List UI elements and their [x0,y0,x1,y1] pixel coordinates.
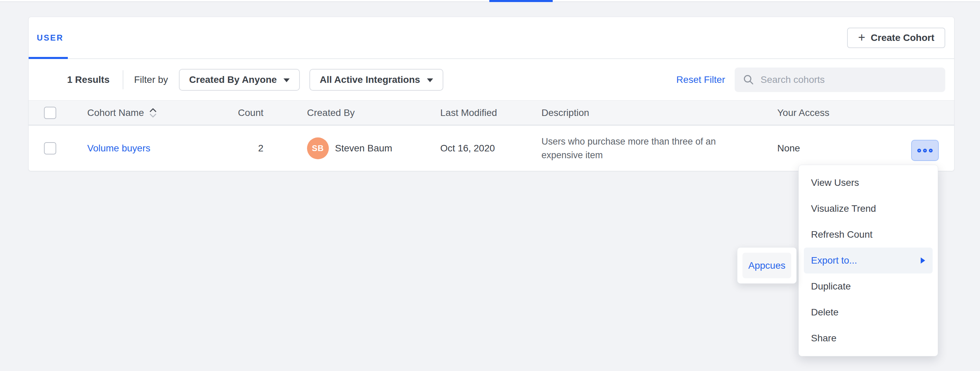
kebab-horizontal-icon [917,149,921,153]
kebab-horizontal-icon [929,149,932,153]
column-header-your-access[interactable]: Your Access [777,107,829,118]
menu-item-visualize-trend[interactable]: Visualize Trend [799,196,938,221]
export-submenu: Appcues [737,247,797,284]
select-all-checkbox[interactable] [44,107,56,119]
created-by-dropdown[interactable]: Created By Anyone [179,69,300,91]
table-row: Volume buyers 2 SB Steven Baum Oct 16, 2… [29,126,954,171]
avatar: SB [307,137,329,159]
submenu-item-appcues[interactable]: Appcues [743,253,791,278]
column-header-last-modified[interactable]: Last Modified [440,107,497,118]
column-header-created-by[interactable]: Created By [307,107,355,118]
integrations-dropdown-value: All Active Integrations [320,74,420,85]
cohort-name-link[interactable]: Volume buyers [87,143,150,153]
chevron-down-icon [427,78,433,82]
kebab-horizontal-icon [923,149,927,153]
menu-item-export-to[interactable]: Export to... [804,248,932,274]
your-access-value: None [777,143,800,154]
row-checkbox[interactable] [44,142,56,154]
last-modified-date: Oct 16, 2020 [440,143,495,154]
column-header-description[interactable]: Description [541,107,589,118]
created-by-dropdown-value: Created By Anyone [189,74,277,85]
row-actions-menu: View Users Visualize Trend Refresh Count… [799,165,938,356]
search-box[interactable] [735,67,945,92]
menu-item-delete[interactable]: Delete [799,299,938,325]
menu-item-refresh-count[interactable]: Refresh Count [799,221,938,248]
cohort-count: 2 [220,143,263,154]
search-icon [743,74,754,86]
create-cohort-button[interactable]: + Create Cohort [847,28,945,48]
filter-by-label: Filter by [134,74,168,85]
chevron-down-icon [283,78,290,82]
submenu-arrow-icon [921,258,925,264]
top-nav-strip [0,0,980,2]
card-tab-row: USER + Create Cohort [29,17,954,59]
cohort-description: Users who purchase more than three of an… [541,135,746,162]
search-input[interactable] [760,74,937,85]
tab-user-active-underline [29,57,68,59]
menu-item-duplicate[interactable]: Duplicate [799,274,938,299]
active-nav-tab-indicator [489,0,553,2]
sort-icon[interactable] [149,107,157,118]
filter-bar: 1 Results Filter by Created By Anyone Al… [29,59,954,100]
creator-name: Steven Baum [335,143,392,154]
menu-item-share[interactable]: Share [799,325,938,351]
cohorts-card: USER + Create Cohort 1 Results Filter by… [28,17,955,171]
table-header-row: Cohort Name Count Created By Last Modifi… [29,100,954,126]
divider [123,70,123,89]
menu-item-view-users[interactable]: View Users [799,170,938,196]
tab-user[interactable]: USER [37,33,68,43]
results-count: 1 Results [67,74,110,85]
row-actions-button[interactable] [911,140,939,161]
plus-icon: + [858,31,865,44]
create-cohort-label: Create Cohort [870,32,934,43]
column-header-cohort-name[interactable]: Cohort Name [87,107,144,118]
menu-item-export-to-label: Export to... [811,255,857,266]
reset-filter-link[interactable]: Reset Filter [676,74,725,85]
integrations-dropdown[interactable]: All Active Integrations [309,69,443,91]
column-header-count[interactable]: Count [220,107,263,118]
